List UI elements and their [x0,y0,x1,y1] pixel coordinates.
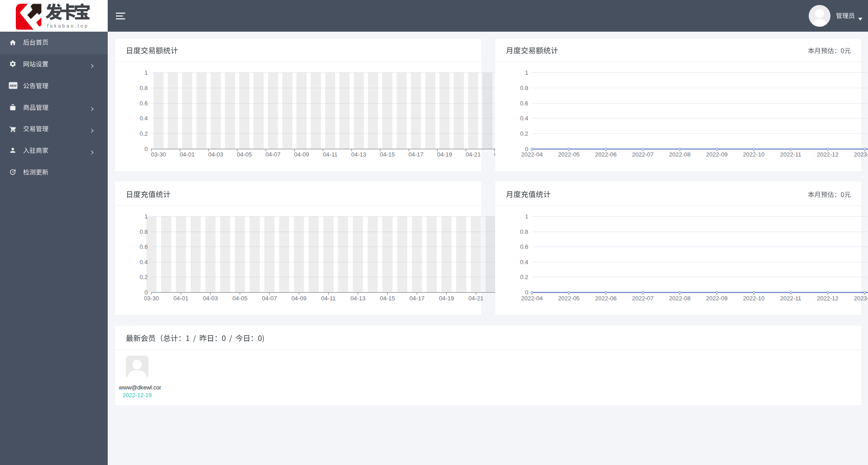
svg-text:2022-07: 2022-07 [632,151,654,158]
svg-text:0.2: 0.2 [520,274,528,280]
svg-text:04-13: 04-13 [350,295,365,302]
svg-text:03-30: 03-30 [144,295,159,302]
svg-text:1: 1 [525,69,528,76]
svg-text:04-05: 04-05 [237,151,252,158]
svg-text:2022-08: 2022-08 [669,151,691,158]
svg-text:0.6: 0.6 [139,243,148,250]
svg-text:2022-04: 2022-04 [521,295,543,302]
svg-text:04-19: 04-19 [439,295,454,302]
svg-text:2022-12: 2022-12 [817,295,839,302]
svg-text:0.2: 0.2 [520,130,528,137]
svg-text:2023-01: 2023-01 [854,151,868,158]
svg-text:1: 1 [525,213,528,220]
svg-text:04-07: 04-07 [262,295,277,302]
svg-text:2022-05: 2022-05 [558,295,580,302]
svg-text:2022-10: 2022-10 [743,151,765,158]
svg-text:0.8: 0.8 [139,228,148,235]
svg-text:04-17: 04-17 [410,295,424,302]
svg-text:04-09: 04-09 [294,151,309,158]
svg-text:2022-12: 2022-12 [817,151,839,158]
svg-text:1: 1 [144,69,148,76]
svg-text:1: 1 [144,213,148,220]
svg-text:0.8: 0.8 [139,85,148,91]
svg-text:0.4: 0.4 [139,259,148,266]
svg-text:2022-08: 2022-08 [669,295,691,302]
svg-text:2022-06: 2022-06 [595,151,617,158]
svg-text:0.8: 0.8 [520,228,528,235]
svg-text:2022-09: 2022-09 [706,295,728,302]
svg-text:0: 0 [144,289,148,296]
svg-text:04-21: 04-21 [468,295,483,302]
svg-text:04-19: 04-19 [437,151,452,158]
svg-text:2022-06: 2022-06 [595,295,617,302]
svg-text:04-11: 04-11 [323,151,337,158]
svg-text:0: 0 [525,146,528,152]
svg-text:04-09: 04-09 [291,295,306,302]
svg-text:04-11: 04-11 [321,295,336,302]
svg-text:04-15: 04-15 [380,295,395,302]
svg-text:2022-05: 2022-05 [558,151,580,158]
svg-text:0.6: 0.6 [139,100,148,107]
svg-text:2022-07: 2022-07 [632,295,654,302]
svg-text:2022-11: 2022-11 [780,295,801,302]
svg-text:2022-04: 2022-04 [521,151,543,158]
svg-text:0.4: 0.4 [520,115,528,122]
svg-text:2022-09: 2022-09 [706,151,728,158]
svg-text:04-21: 04-21 [466,151,481,158]
svg-text:0.6: 0.6 [520,243,528,250]
svg-text:0.4: 0.4 [139,115,148,122]
svg-text:04-07: 04-07 [265,151,280,158]
svg-text:0: 0 [144,146,148,152]
svg-text:0: 0 [525,289,528,296]
svg-text:0.2: 0.2 [139,130,148,137]
svg-text:NEW: NEW [10,84,17,87]
svg-text:0.4: 0.4 [520,259,528,266]
svg-text:04-15: 04-15 [380,151,395,158]
svg-text:04-17: 04-17 [408,151,423,158]
svg-text:04-03: 04-03 [203,295,218,302]
svg-text:0.2: 0.2 [139,274,148,280]
svg-text:04-01: 04-01 [173,295,188,302]
svg-text:03-30: 03-30 [151,151,166,158]
svg-text:2022-11: 2022-11 [780,151,801,158]
svg-text:04-05: 04-05 [232,295,247,302]
svg-text:2022-10: 2022-10 [743,295,765,302]
svg-text:0.8: 0.8 [520,85,528,91]
svg-text:04-13: 04-13 [351,151,366,158]
svg-text:2023-01: 2023-01 [854,295,868,302]
svg-text:0.6: 0.6 [520,100,528,107]
svg-text:04-01: 04-01 [180,151,195,158]
svg-text:04-03: 04-03 [208,151,223,158]
